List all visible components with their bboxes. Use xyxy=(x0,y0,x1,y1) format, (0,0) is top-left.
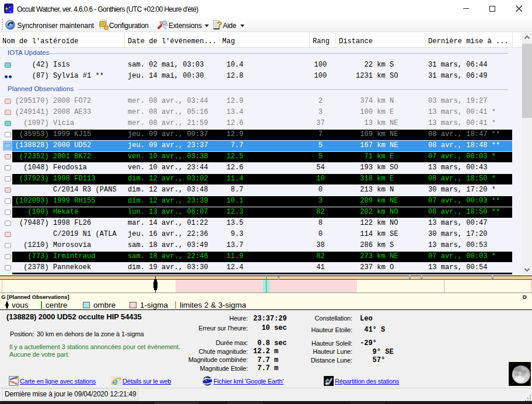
svg-text:?: ? xyxy=(217,20,222,29)
